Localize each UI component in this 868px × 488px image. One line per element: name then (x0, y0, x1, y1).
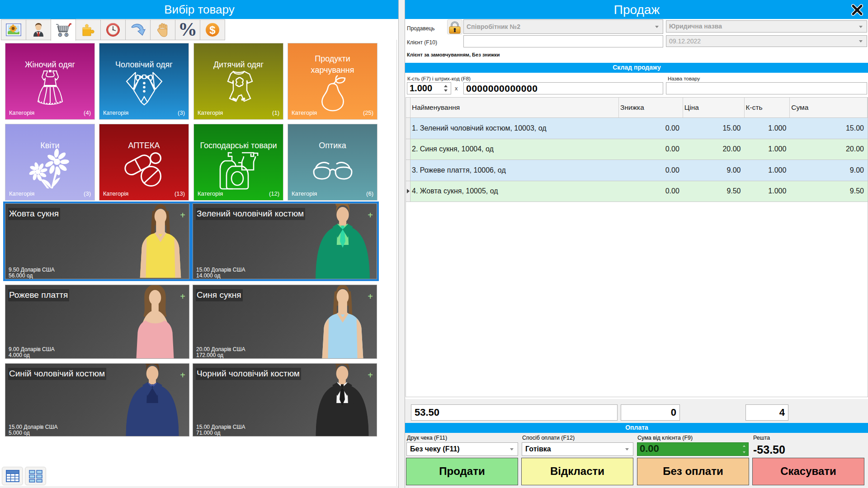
svg-text:$: $ (209, 24, 216, 36)
svg-text:%: % (179, 22, 197, 38)
